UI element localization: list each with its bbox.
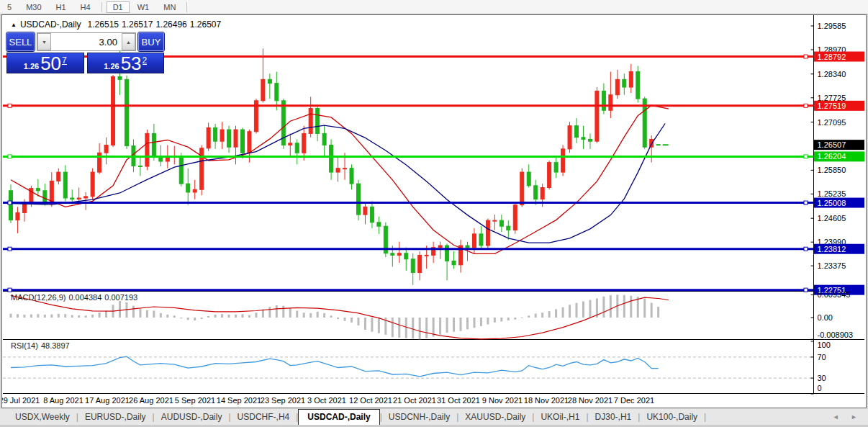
open-value: 1.26515 (88, 19, 119, 30)
macd-signal-value: 0.007193 (104, 293, 137, 302)
svg-text:-0.008903: -0.008903 (818, 331, 854, 339)
macd-value: 0.004384 (68, 293, 101, 302)
svg-text:1.27095: 1.27095 (818, 118, 846, 127)
svg-text:30: 30 (818, 374, 826, 382)
one-click-trade-panel: SELL ▼ ▲ BUY 1.26 50 7 1.26 53 2 (6, 32, 164, 73)
rsi-name: RSI(14) (11, 341, 38, 350)
buy-price-base: 1.26 (104, 62, 119, 71)
volume-input[interactable] (51, 33, 122, 50)
svg-text:70: 70 (818, 353, 826, 361)
sell-price-base: 1.26 (24, 62, 39, 71)
symbol-tab-usdcnh-daily[interactable]: USDCNH-,Daily (382, 409, 456, 425)
buy-price-display[interactable]: 1.26 53 2 (87, 53, 165, 73)
sell-price-main: 50 (40, 55, 61, 72)
svg-text:1.26507: 1.26507 (818, 140, 846, 149)
macd-indicator-label: MACD(12,26,9)0.0043840.007193 (11, 293, 140, 302)
tab-separator: | (704, 409, 706, 425)
timeframe-button-5[interactable]: 5 (1, 1, 18, 13)
svg-text:17 Aug 2021: 17 Aug 2021 (85, 396, 130, 405)
toolbar-separator (101, 2, 102, 12)
close-value: 1.26507 (190, 19, 221, 30)
low-value: 1.26496 (155, 19, 186, 30)
rsi-value: 48.3897 (41, 341, 70, 350)
symbol-tab-usdx-weekly[interactable]: USDX,Weekly (9, 409, 76, 425)
symbol-tab-ukoil-h1[interactable]: UKOil-,H1 (534, 409, 586, 425)
buy-button[interactable]: BUY (138, 32, 164, 51)
svg-text:0.009345: 0.009345 (818, 290, 851, 299)
timeframe-button-h4[interactable]: H4 (74, 1, 97, 13)
svg-text:1.23812: 1.23812 (818, 245, 846, 253)
timeframe-button-m30[interactable]: M30 (19, 1, 48, 13)
svg-text:23 Sep 2021: 23 Sep 2021 (261, 396, 305, 405)
svg-text:8 Aug 2021: 8 Aug 2021 (43, 396, 83, 405)
svg-text:1.25850: 1.25850 (818, 166, 846, 174)
svg-text:9 Nov 2021: 9 Nov 2021 (482, 396, 523, 405)
svg-text:29 Jul 2021: 29 Jul 2021 (2, 396, 40, 405)
symbol-tab-usdcad-daily[interactable]: USDCAD-,Daily (298, 409, 379, 425)
svg-text:1.25235: 1.25235 (818, 189, 846, 198)
date-axis[interactable]: 29 Jul 20218 Aug 202117 Aug 202126 Aug 2… (2, 396, 654, 405)
sell-price-pip: 7 (62, 57, 67, 65)
price-axis[interactable]: 1.295851.289701.283401.277251.270951.258… (811, 22, 865, 295)
svg-text:1.28340: 1.28340 (818, 70, 846, 78)
timeframe-button-h1[interactable]: H1 (50, 1, 73, 13)
svg-text:1.29585: 1.29585 (818, 22, 846, 30)
svg-text:18 Nov 2021: 18 Nov 2021 (524, 396, 569, 405)
symbol-tab-eurusd-daily[interactable]: EURUSD-,Daily (78, 409, 153, 425)
buy-price-main: 53 (121, 55, 142, 72)
volume-increase-button[interactable]: ▲ (122, 33, 135, 50)
svg-text:7 Dec 2021: 7 Dec 2021 (614, 396, 654, 405)
svg-text:0: 0 (818, 384, 822, 392)
svg-text:3 Oct 2021: 3 Oct 2021 (307, 396, 346, 405)
svg-text:31 Oct 2021: 31 Oct 2021 (437, 396, 480, 405)
chart-symbol-label: USDCAD-,Daily (20, 19, 81, 30)
svg-text:5 Sep 2021: 5 Sep 2021 (175, 396, 215, 405)
symbol-tab-usdchf-h4[interactable]: USDCHF-,H4 (231, 409, 297, 425)
collapse-triangle-icon[interactable]: ▲ (11, 22, 17, 28)
svg-text:21 Oct 2021: 21 Oct 2021 (393, 396, 436, 405)
svg-text:1.28792: 1.28792 (818, 53, 846, 61)
timeframe-button-mn[interactable]: MN (157, 1, 182, 13)
volume-decrease-button[interactable]: ▼ (37, 33, 51, 50)
timeframe-toolbar: 5M30H1H4D1W1MN (0, 0, 868, 14)
svg-text:100: 100 (818, 341, 831, 349)
svg-text:1.25008: 1.25008 (818, 199, 846, 207)
mt4-terminal: 5M30H1H4D1W1MN 1.295851.289701.283401.27… (0, 0, 868, 427)
svg-text:12 Oct 2021: 12 Oct 2021 (349, 396, 392, 405)
symbol-tab-audusd-daily[interactable]: AUDUSD-,Daily (155, 409, 229, 425)
svg-text:1.27519: 1.27519 (818, 102, 846, 110)
sell-price-display[interactable]: 1.26 50 7 (6, 53, 84, 73)
buy-price-pip: 2 (143, 57, 148, 65)
high-value: 1.26517 (122, 19, 153, 30)
toolbar-separator (186, 2, 187, 12)
chart-header: ▲ USDCAD-,Daily 1.265151.265171.264961.2… (11, 19, 221, 30)
svg-text:1.24605: 1.24605 (818, 214, 846, 223)
symbol-tab-xauusd-daily[interactable]: XAUUSD-,Daily (458, 409, 532, 425)
chart-window: 1.295851.289701.283401.277251.270951.258… (1, 14, 867, 408)
rsi-panel: 10070300 (3, 341, 831, 394)
macd-name: MACD(12,26,9) (11, 293, 65, 302)
tab-scroll-arrows[interactable]: ◄ ► (833, 413, 862, 421)
symbol-tab-bar: USDX,Weekly|EURUSD-,Daily|AUDUSD-,Daily|… (0, 409, 868, 425)
sell-button[interactable]: SELL (6, 32, 35, 51)
rsi-indicator-label: RSI(14)48.3897 (11, 341, 73, 350)
timeframe-button-w1[interactable]: W1 (131, 1, 156, 13)
symbol-tab-dj30-h1[interactable]: DJ30-,H1 (589, 409, 638, 425)
svg-text:1.26204: 1.26204 (818, 152, 846, 161)
svg-text:28 Nov 2021: 28 Nov 2021 (568, 396, 612, 405)
svg-text:14 Sep 2021: 14 Sep 2021 (217, 396, 261, 405)
svg-text:0.00: 0.00 (818, 313, 833, 322)
svg-text:26 Aug 2021: 26 Aug 2021 (129, 396, 173, 405)
symbol-tab-uk100-daily[interactable]: UK100-,Daily (640, 409, 704, 425)
timeframe-button-d1[interactable]: D1 (107, 1, 130, 13)
ohlc-readout: 1.265151.265171.264961.26507 (85, 19, 222, 30)
svg-text:1.23375: 1.23375 (818, 261, 846, 270)
volume-stepper: ▼ ▲ (37, 32, 136, 51)
